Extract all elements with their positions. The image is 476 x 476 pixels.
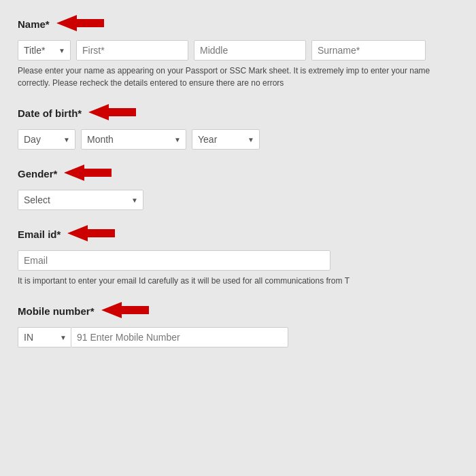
gender-label-row: Gender* (18, 163, 458, 184)
email-input[interactable] (18, 250, 330, 271)
title-select-wrapper[interactable]: Title* Mr Mrs Ms Dr (18, 40, 71, 61)
dob-inputs: Day 123 456 789 10 Month JanuaryFebruary… (18, 129, 458, 150)
gender-arrow-icon (64, 163, 112, 184)
mobile-inputs: IN US UK AU (18, 327, 458, 347)
name-label-row: Name* (18, 14, 458, 35)
country-code-wrapper[interactable]: IN US UK AU (18, 327, 71, 347)
svg-marker-1 (88, 104, 136, 120)
first-name-input[interactable] (76, 40, 188, 61)
email-arrow-icon (67, 224, 115, 245)
year-select[interactable]: Year 200019991998 199719961995 (192, 129, 260, 150)
gender-section: Gender* Select Male Female Other (18, 163, 458, 210)
email-label: Email id* (18, 228, 61, 240)
year-select-wrapper[interactable]: Year 200019991998 199719961995 (192, 129, 260, 150)
day-select[interactable]: Day 123 456 789 10 (18, 129, 75, 150)
middle-name-input[interactable] (194, 40, 306, 61)
mobile-label: Mobile number* (18, 305, 95, 317)
dob-label-row: Date of birth* (18, 103, 458, 124)
day-select-wrapper[interactable]: Day 123 456 789 10 (18, 129, 75, 150)
name-arrow-icon (56, 14, 104, 35)
mobile-label-row: Mobile number* (18, 301, 458, 322)
gender-select-wrapper[interactable]: Select Male Female Other (18, 190, 143, 210)
svg-marker-4 (101, 302, 149, 318)
email-label-row: Email id* (18, 224, 458, 245)
name-inputs: Title* Mr Mrs Ms Dr (18, 40, 458, 61)
name-helper-text: Please enter your name as appearing on y… (18, 65, 458, 89)
gender-select[interactable]: Select Male Female Other (18, 190, 143, 210)
country-select[interactable]: IN US UK AU (18, 327, 71, 347)
email-section: Email id* It is important to enter your … (18, 224, 458, 287)
name-label: Name* (18, 18, 50, 30)
dob-label: Date of birth* (18, 107, 82, 119)
gender-inputs: Select Male Female Other (18, 190, 458, 210)
svg-marker-2 (64, 165, 112, 181)
dob-section: Date of birth* Day 123 456 789 10 Month … (18, 103, 458, 150)
mobile-input[interactable] (71, 327, 288, 347)
month-select[interactable]: Month JanuaryFebruaryMarch AprilMayJune … (81, 129, 186, 150)
name-section: Name* Title* Mr Mrs Ms Dr Please enter y… (18, 14, 458, 89)
dob-arrow-icon (88, 103, 136, 124)
svg-marker-3 (67, 225, 115, 241)
gender-label: Gender* (18, 168, 57, 180)
svg-marker-0 (56, 15, 104, 31)
month-select-wrapper[interactable]: Month JanuaryFebruaryMarch AprilMayJune … (81, 129, 186, 150)
mobile-section: Mobile number* IN US UK AU (18, 301, 458, 347)
email-helper-text: It is important to enter your email Id c… (18, 275, 458, 287)
surname-input[interactable] (311, 40, 426, 61)
title-select[interactable]: Title* Mr Mrs Ms Dr (18, 40, 71, 61)
mobile-arrow-icon (101, 301, 149, 322)
